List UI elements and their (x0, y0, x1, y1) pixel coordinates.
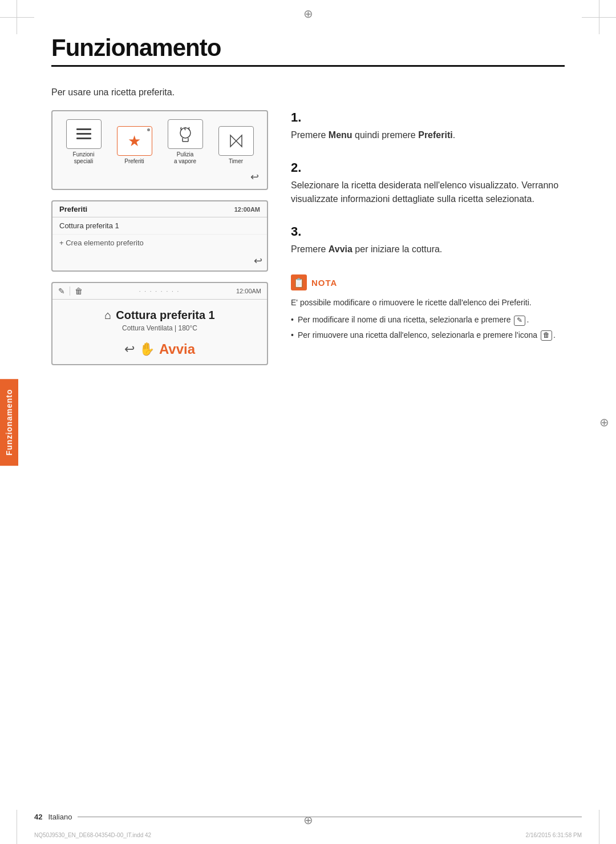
menu-item-timer: Timer (218, 126, 254, 165)
step-2-number: 2. (291, 160, 565, 175)
screen2-time: 12:00AM (234, 206, 260, 213)
side-tab: Funzionamento (0, 378, 18, 465)
back-button-1: ↩ (58, 171, 261, 183)
menu-label-preferiti: Preferiti (124, 158, 144, 165)
trash-icon: 🗑 (75, 286, 83, 296)
menu-label-funzioni: Funzionispeciali (73, 151, 95, 165)
avvia-back-icon: ↩ (124, 342, 135, 357)
corner-h-tr (582, 17, 616, 18)
footer-filename: NQ50J9530_EN_DE68-04354D-00_IT.indd 42 (34, 832, 151, 838)
screen2-add: + Crea elemento preferito (52, 235, 267, 251)
screen3-toolbar: ✎ 🗑 · · · · · · · · 12:00AM (52, 283, 267, 300)
recipe-subtitle: Cottura Ventilata | 180°C (60, 324, 259, 332)
svg-rect-0 (76, 128, 91, 130)
corner-h-tl (0, 17, 34, 18)
screen2-header: Preferiti 12:00AM (52, 201, 267, 217)
reg-mark-right: ⊕ (599, 415, 609, 429)
svg-rect-1 (76, 133, 91, 135)
left-column: Funzionispeciali ★ Preferiti (51, 110, 268, 375)
screen-2: Preferiti 12:00AM Cottura preferita 1 + … (51, 200, 268, 272)
screen3-body: ⌂ Cottura preferita 1 Cottura Ventilata … (52, 300, 267, 364)
screen2-title: Preferiti (59, 205, 87, 213)
subtitle: Per usare una ricetta preferita. (51, 87, 565, 98)
dot-indicator (147, 128, 150, 131)
two-col-layout: Funzionispeciali ★ Preferiti (51, 110, 565, 375)
step-1-text: Premere Menu quindi premere Preferiti. (291, 128, 565, 142)
right-column: 1. Premere Menu quindi premere Preferiti… (291, 110, 565, 344)
avvia-button[interactable]: Avvia (159, 341, 195, 357)
screen-3: ✎ 🗑 · · · · · · · · 12:00AM ⌂ Cottura pr… (51, 282, 268, 365)
menu-label-pulizia: Puliziaa vapore (174, 151, 196, 165)
footer-page-number: 42 (34, 813, 42, 821)
nota-title: NOTA (311, 278, 337, 288)
toolbar-separator (70, 286, 70, 296)
menu-item-preferiti: ★ Preferiti (117, 126, 152, 165)
svg-rect-2 (76, 138, 91, 139)
nota-bullet-1: Per modificare il nome di una ricetta, s… (291, 313, 565, 326)
toolbar-dots: · · · · · · · · (87, 288, 232, 294)
menu-icon-timer (218, 126, 254, 156)
corner-mark-bl (0, 810, 17, 844)
nota-box: 📋 NOTA E' possibile modificare o rimuove… (291, 274, 565, 341)
footer-date: 2/16/2015 6:31:58 PM (526, 832, 582, 838)
step-2: 2. Selezionare la ricetta desiderata nel… (291, 160, 565, 206)
step-2-text: Selezionare la ricetta desiderata nell'e… (291, 179, 565, 206)
footer-line (78, 817, 582, 817)
step-1-number: 1. (291, 110, 565, 125)
star-icon: ★ (128, 132, 141, 150)
menu-icon-pulizia (168, 119, 203, 149)
corner-mark-br (599, 810, 616, 844)
screen2-footer: ↩ (52, 251, 267, 270)
menu-icons-row: Funzionispeciali ★ Preferiti (58, 119, 261, 165)
title-underline (51, 65, 565, 67)
page-footer: 42 Italiano (34, 813, 582, 821)
screen3-time: 12:00AM (236, 288, 261, 294)
screen-1: Funzionispeciali ★ Preferiti (51, 110, 268, 190)
step-3-number: 3. (291, 224, 565, 239)
home-icon: ⌂ (104, 309, 111, 322)
step-1: 1. Premere Menu quindi premere Preferiti… (291, 110, 565, 142)
nota-header: 📋 NOTA (291, 274, 565, 290)
menu-item-pulizia: Puliziaa vapore (168, 119, 203, 165)
screen2-item1: Cottura preferita 1 (52, 217, 267, 235)
hand-icon: ✋ (139, 342, 155, 357)
footer-language: Italiano (48, 813, 72, 821)
nota-intro: E' possibile modificare o rimuovere le r… (291, 296, 565, 309)
menu-icon-funzioni (66, 119, 102, 149)
menu-icon-preferiti: ★ (117, 126, 152, 156)
edit-inline-icon: ✎ (514, 316, 525, 326)
reg-mark-top: ⊕ (303, 7, 313, 21)
step-3-text: Premere Avvia per iniziare la cottura. (291, 243, 565, 256)
edit-icon: ✎ (58, 286, 65, 296)
trash-inline-icon: 🗑 (541, 330, 552, 341)
step-3: 3. Premere Avvia per iniziare la cottura… (291, 224, 565, 256)
avvia-row: ↩ ✋ Avvia (60, 341, 259, 357)
menu-label-timer: Timer (229, 158, 243, 165)
nota-icon: 📋 (291, 274, 307, 290)
page-title: Funzionamento (51, 34, 565, 62)
recipe-title: ⌂ Cottura preferita 1 (60, 309, 259, 322)
menu-item-funzioni: Funzionispeciali (66, 119, 102, 165)
nota-bullet-2: Per rimuovere una ricetta dall'elenco, s… (291, 329, 565, 341)
